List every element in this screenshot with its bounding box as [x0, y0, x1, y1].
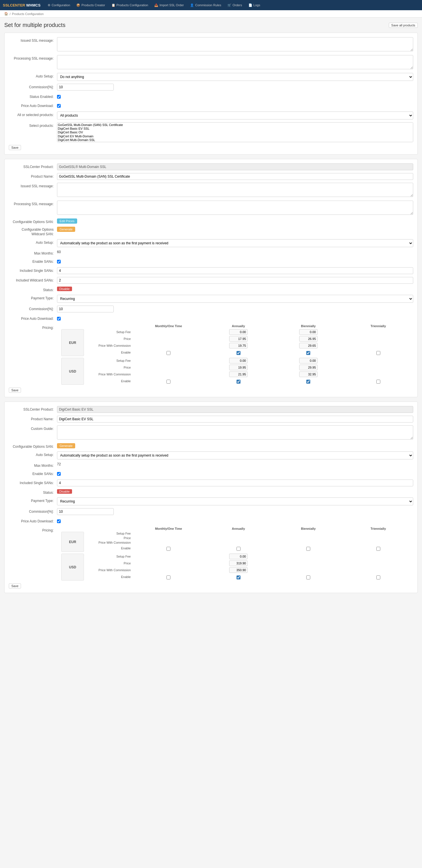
- select-products-list[interactable]: GoGetSSL Multi-Domain (SAN) SSL Certific…: [57, 122, 413, 142]
- brand-whmcs: WHMCS: [25, 3, 40, 7]
- p2-usd-enable-biennially[interactable]: [306, 576, 310, 580]
- p2-sslcenter-label: SSLCenter Product:: [9, 406, 57, 411]
- processing-ssl-row: Processing SSL message:: [9, 55, 413, 70]
- select-products-row: Select products: GoGetSSL Multi-Domain (…: [9, 122, 413, 142]
- p1-eur-setup-annually[interactable]: [229, 329, 248, 335]
- nav-item-import-ssl[interactable]: 📥 Import SSL Order: [152, 1, 187, 9]
- p1-processing-ssl-textarea[interactable]: [57, 200, 413, 215]
- p1-price-auto-download-checkbox[interactable]: [57, 317, 61, 321]
- price-auto-download-checkbox[interactable]: [57, 104, 61, 108]
- nav-item-commission[interactable]: 👤 Commission Rules: [187, 1, 224, 9]
- p2-usd-setup-annually[interactable]: [229, 554, 248, 559]
- p1-enable-sans-checkbox[interactable]: [57, 260, 61, 264]
- commission-input[interactable]: [57, 84, 114, 91]
- p2-generate-button[interactable]: Generate: [57, 443, 75, 448]
- p2-commission-input[interactable]: [57, 508, 114, 515]
- p1-payment-type-row: Payment Type: Recurring One Time: [9, 295, 413, 303]
- p1-eur-price-annually[interactable]: [229, 336, 248, 342]
- all-or-selected-select[interactable]: All products Selected products: [57, 112, 413, 120]
- p1-configurable-wildcard-wrap: Generate: [57, 227, 413, 232]
- nav-menu: ⚙ Configuration 📦 Products Creator 📋 Pro…: [45, 1, 263, 9]
- p1-usd-commission-biennially[interactable]: [299, 371, 318, 377]
- p2-status-button[interactable]: Disable: [57, 489, 72, 494]
- p2-product-name-input[interactable]: [57, 416, 413, 423]
- auto-setup-select[interactable]: Do not anything Automatically setup the …: [57, 73, 413, 81]
- p1-eur-enable-annually[interactable]: [236, 351, 240, 355]
- p2-eur-enable-monthly[interactable]: [166, 547, 170, 551]
- p1-status-button[interactable]: Disable: [57, 287, 72, 291]
- p1-processing-ssl-label: Processing SSL message:: [9, 200, 57, 206]
- p2-save-button[interactable]: Save: [9, 583, 21, 589]
- brand-ssl: SSLCENTER: [3, 3, 25, 7]
- p1-eur-enable-monthly[interactable]: [166, 351, 170, 355]
- p2-included-single-sans-input[interactable]: [57, 479, 413, 486]
- p1-usd-enable-monthly[interactable]: [166, 380, 170, 384]
- price-auto-download-row: Price Auto Download:: [9, 102, 413, 109]
- p1-included-wildcard-sans-input[interactable]: [57, 277, 413, 284]
- p2-price-auto-download-checkbox[interactable]: [57, 519, 61, 523]
- p2-usd-enable-annually[interactable]: [236, 576, 240, 580]
- p2-max-months-row: Max Months: 72: [9, 462, 413, 468]
- nav-item-products-configuration[interactable]: 📋 Products Configuration: [109, 1, 151, 9]
- p2-eur-enable-annually[interactable]: [236, 547, 240, 551]
- p2-auto-setup-select[interactable]: Do not anything Automatically setup the …: [57, 452, 413, 459]
- p2-price-auto-download-wrap: [57, 518, 413, 524]
- p1-eur-enable-triennially[interactable]: [376, 351, 380, 355]
- p1-auto-setup-select[interactable]: Do not anything Automatically setup the …: [57, 239, 413, 247]
- nav-item-orders[interactable]: 🛒 Orders: [225, 1, 245, 9]
- p1-processing-ssl-row: Processing SSL message:: [9, 200, 413, 216]
- p2-auto-setup-wrap: Do not anything Automatically setup the …: [57, 452, 413, 459]
- p1-usd-enable-annually[interactable]: [236, 380, 240, 384]
- p1-product-name-input[interactable]: [57, 173, 413, 180]
- global-save-button[interactable]: Save: [9, 145, 21, 150]
- p1-sslcenter-value: GoGetSSL® Multi-Domain SSL: [57, 163, 413, 170]
- breadcrumb: 🏠 / Products Configuration: [0, 10, 422, 18]
- nav-item-logs[interactable]: 📄 Logs: [246, 1, 263, 9]
- status-enabled-checkbox[interactable]: [57, 95, 61, 99]
- p1-issued-ssl-textarea[interactable]: [57, 183, 413, 197]
- p2-auto-setup-label: Auto Setup:: [9, 452, 57, 457]
- p2-payment-type-select[interactable]: Recurring One Time: [57, 497, 413, 505]
- p1-eur-enable-biennially[interactable]: [306, 351, 310, 355]
- home-icon[interactable]: 🏠: [4, 12, 8, 16]
- p2-usd-enable-triennially[interactable]: [376, 576, 380, 580]
- p1-usd-setup-annually[interactable]: [229, 358, 248, 364]
- gear-icon: ⚙: [47, 3, 51, 7]
- p2-usd-enable-monthly[interactable]: [166, 576, 170, 580]
- nav-item-products-creator[interactable]: 📦 Products Creator: [73, 1, 108, 9]
- p1-eur-setup-biennially[interactable]: [299, 329, 318, 335]
- p2-usd-commission-annually[interactable]: [229, 567, 248, 573]
- p1-usd-enable-triennially[interactable]: [376, 380, 380, 384]
- p1-usd-price-annually[interactable]: [229, 365, 248, 370]
- p2-pricing-label: Pricing:: [9, 527, 57, 532]
- p1-eur-commission-biennially[interactable]: [299, 343, 318, 348]
- p1-commission-input[interactable]: [57, 306, 114, 312]
- p1-status-row: Status: Disable: [9, 287, 413, 292]
- p1-usd-enable-biennially[interactable]: [306, 380, 310, 384]
- processing-ssl-textarea[interactable]: [57, 55, 413, 69]
- p1-payment-type-select[interactable]: Recurring One Time: [57, 295, 413, 303]
- p1-usd-setup-biennially[interactable]: [299, 358, 318, 364]
- issued-ssl-textarea[interactable]: [57, 37, 413, 51]
- p2-status-row: Status: Disable: [9, 489, 413, 495]
- p1-eur-commission-annually[interactable]: [229, 343, 248, 348]
- p2-custom-guide-textarea[interactable]: [57, 425, 413, 439]
- p2-enable-sans-checkbox[interactable]: [57, 472, 61, 476]
- nav-item-configuration[interactable]: ⚙ Configuration: [45, 1, 73, 9]
- p1-included-single-sans-input[interactable]: [57, 267, 413, 274]
- p1-eur-price-biennially[interactable]: [299, 336, 318, 342]
- nav-label-products-creator: Products Creator: [82, 3, 105, 7]
- commission-wrap: [57, 84, 413, 91]
- p1-edit-prices-button[interactable]: Edit Prices: [57, 218, 77, 224]
- p1-configurable-san-row: Configurable Options SAN: Edit Prices: [9, 218, 413, 224]
- p1-usd-price-biennially[interactable]: [299, 365, 318, 370]
- p2-eur-enable-triennially[interactable]: [376, 547, 380, 551]
- p1-save-button[interactable]: Save: [9, 388, 21, 393]
- product2-card: SSLCenter Product: DigiCert Basic EV SSL…: [4, 402, 418, 593]
- p2-usd-price-annually[interactable]: [229, 560, 248, 566]
- p1-usd-commission-annually[interactable]: [229, 371, 248, 377]
- p1-generate-button[interactable]: Generate: [57, 227, 75, 232]
- save-all-products-button[interactable]: Save all products: [389, 23, 418, 28]
- p1-commission-label: Commission[%]:: [9, 306, 57, 311]
- p2-eur-enable-biennially[interactable]: [306, 547, 310, 551]
